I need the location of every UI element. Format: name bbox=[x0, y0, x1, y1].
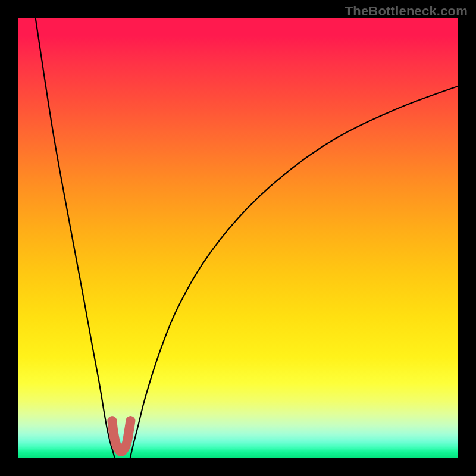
plot-area bbox=[18, 18, 458, 458]
valley-marker bbox=[112, 421, 130, 452]
chart-frame: TheBottleneck.com bbox=[0, 0, 476, 476]
watermark-label: TheBottleneck.com bbox=[345, 4, 468, 19]
right-curve bbox=[130, 86, 458, 458]
left-curve bbox=[36, 18, 115, 458]
curve-layer bbox=[18, 18, 458, 458]
